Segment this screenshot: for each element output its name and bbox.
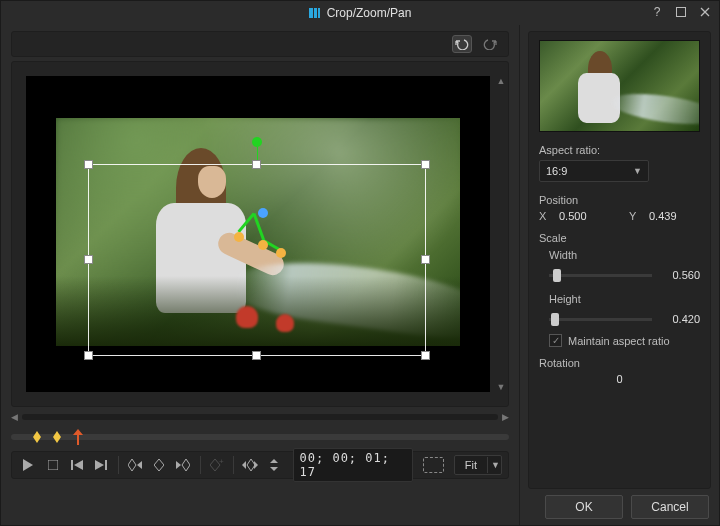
dialog-window: Crop/Zoom/Pan ? [0,0,720,526]
keyframe-options-button[interactable] [264,455,284,475]
svg-rect-2 [318,8,320,18]
height-slider[interactable] [549,318,652,321]
transport-bar: + 00; 00; 01; 17 Fit ▼ [11,451,509,479]
width-slider-row: Width [549,246,700,264]
svg-marker-16 [128,459,136,471]
pos-y-label: Y [629,210,643,222]
ok-button[interactable]: OK [545,495,623,519]
preview-hscroll[interactable]: ◀▶ [11,411,509,423]
svg-marker-20 [182,459,190,471]
rotation-value[interactable]: 0 [596,373,644,385]
rotation-handle[interactable] [252,137,262,147]
preview-stage[interactable] [26,76,490,392]
crop-handle-mr[interactable] [421,255,430,264]
dialog-footer: OK Cancel [520,489,719,525]
properties-pane: Aspect ratio: 16:9 ▼ Position X 0.500 Y … [519,25,719,525]
crop-handle-br[interactable] [421,351,430,360]
height-label: Height [549,293,589,305]
crop-handle-tm[interactable] [252,160,261,169]
close-button[interactable] [697,4,713,20]
next-frame-button[interactable] [91,455,111,475]
aspect-ratio-select[interactable]: 16:9 ▼ [539,160,649,182]
svg-marker-6 [33,431,41,443]
crop-handle-bm[interactable] [252,351,261,360]
svg-marker-17 [137,461,142,469]
preview-pane: ▲▼ ◀▶ [1,25,519,525]
svg-marker-23 [242,461,246,469]
svg-rect-0 [309,8,313,18]
height-value[interactable]: 0.420 [660,313,700,325]
svg-rect-1 [314,8,317,18]
svg-marker-10 [23,459,33,471]
width-label: Width [549,249,589,261]
width-value[interactable]: 0.560 [660,269,700,281]
stop-button[interactable] [42,455,62,475]
svg-rect-12 [71,460,73,470]
svg-marker-7 [53,431,61,443]
playhead[interactable] [73,429,83,445]
crop-box[interactable] [88,164,426,356]
checkmark-icon: ✓ [549,334,562,347]
window-title: Crop/Zoom/Pan [327,6,412,20]
chevron-down-icon: ▼ [487,457,501,473]
svg-marker-24 [247,459,255,471]
keyframe-select-left-button[interactable] [240,455,260,475]
svg-marker-14 [95,460,104,470]
crop-handle-tr[interactable] [421,160,430,169]
crop-handle-bl[interactable] [84,351,93,360]
keyframe-timeline[interactable] [11,427,509,447]
svg-rect-3 [677,8,686,17]
crop-handle-tl[interactable] [84,160,93,169]
aspect-ratio-value: 16:9 [546,165,567,177]
position-label: Position [539,194,700,206]
titlebar: Crop/Zoom/Pan ? [1,1,719,25]
crop-handle-ml[interactable] [84,255,93,264]
prev-keyframe-button[interactable] [124,455,144,475]
svg-marker-25 [254,461,258,469]
add-remove-keyframe-button[interactable] [149,455,169,475]
preview-vscroll[interactable]: ▲▼ [496,76,506,392]
preview-thumbnail [539,40,700,132]
undo-button[interactable] [452,35,472,53]
svg-rect-15 [105,460,107,470]
svg-rect-11 [48,460,58,470]
svg-marker-13 [74,460,83,470]
prev-frame-button[interactable] [67,455,87,475]
width-slider[interactable] [549,274,652,277]
svg-rect-9 [77,435,79,445]
help-button[interactable]: ? [649,4,665,20]
preview-toolbar [11,31,509,57]
add-keyframe-button[interactable]: + [206,455,226,475]
app-icon [309,7,323,19]
preview-viewport: ▲▼ [11,61,509,407]
aspect-ratio-label: Aspect ratio: [539,144,700,156]
timecode-display[interactable]: 00; 00; 01; 17 [293,448,414,482]
play-button[interactable] [18,455,38,475]
keyframe-marker[interactable] [53,431,61,443]
chevron-down-icon: ▼ [633,166,642,176]
next-keyframe-button[interactable] [173,455,193,475]
maximize-button[interactable] [673,4,689,20]
svg-text:+: + [219,459,224,466]
svg-marker-19 [176,461,181,469]
svg-marker-26 [270,459,278,463]
zoom-select[interactable]: Fit ▼ [454,455,502,475]
pos-x-value[interactable]: 0.500 [559,210,607,222]
scale-label: Scale [539,232,700,244]
pos-y-value[interactable]: 0.439 [649,210,697,222]
rotation-label: Rotation [539,357,700,369]
pos-x-label: X [539,210,553,222]
redo-button[interactable] [480,35,500,53]
zoom-select-label: Fit [455,459,487,471]
cancel-button[interactable]: Cancel [631,495,709,519]
toggle-crop-view-button[interactable] [423,457,444,473]
maintain-aspect-label: Maintain aspect ratio [568,335,670,347]
maintain-aspect-checkbox[interactable]: ✓ Maintain aspect ratio [549,334,700,347]
height-slider-row: Height [549,290,700,308]
svg-marker-27 [270,467,278,471]
svg-marker-18 [154,459,164,471]
keyframe-marker[interactable] [33,431,41,443]
